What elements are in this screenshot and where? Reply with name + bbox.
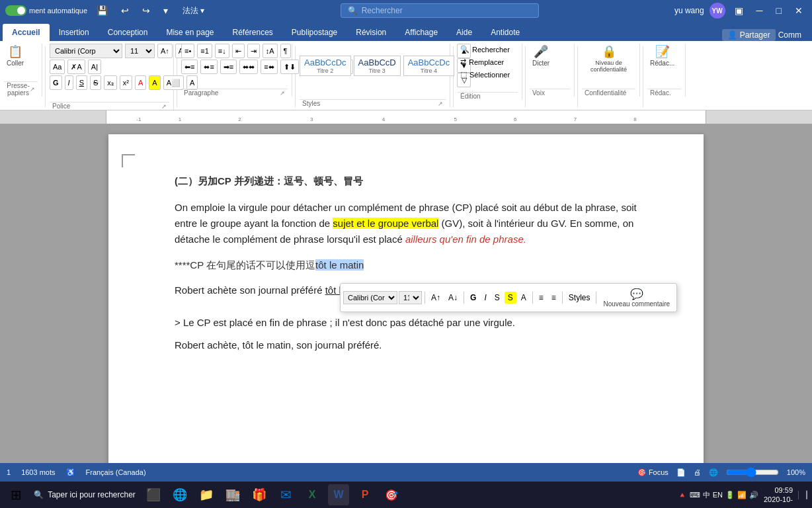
mini-size-select[interactable]: 11 [399, 291, 422, 304]
font-expand[interactable]: ↗ [161, 103, 167, 110]
nouveau-commentaire-button[interactable]: 💬 Nouveau commentaire [599, 286, 674, 309]
style-titre3[interactable]: AaBbCcD Titre 3 [354, 56, 401, 76]
view-normal-button[interactable]: 📄 [676, 468, 686, 477]
rechercher-button[interactable]: 🔍 Rechercher [458, 44, 512, 55]
mini-bullets-button[interactable]: ≡ [536, 292, 547, 304]
clipboard-expand[interactable]: ↗ [30, 86, 35, 93]
align-left-button[interactable]: ⬅≡ [181, 60, 198, 74]
bullets-button[interactable]: ≡• [181, 44, 194, 58]
superscript-button[interactable]: x² [120, 75, 132, 90]
tab-mise-en-page[interactable]: Mise en page [157, 24, 223, 41]
search-taskbar[interactable]: 🔍 Taper ici pour rechercher [32, 484, 138, 505]
increase-indent-button[interactable]: ⇥ [247, 44, 260, 58]
taskbar-mail[interactable]: ✉ [275, 484, 296, 505]
highlight-button[interactable]: A [149, 75, 160, 90]
sort-button[interactable]: ↕A [263, 44, 278, 58]
styles-expand[interactable]: ↗ [438, 101, 443, 107]
col-break-button[interactable]: ⬆⬇ [280, 60, 299, 74]
focus-button[interactable]: 🎯 Focus [637, 468, 669, 477]
undo-button[interactable]: ↩ [117, 4, 133, 17]
autosave-toggle[interactable]: ment automatique [5, 5, 87, 16]
redacteur-button[interactable]: 📝 Rédac... [647, 44, 677, 68]
style-titre4[interactable]: AaBbCcDc Titre 4 [403, 56, 455, 76]
strikethrough-button[interactable]: S [90, 75, 101, 90]
clear-format-button[interactable]: ✗A [67, 60, 85, 74]
font-size-select[interactable]: 11 [125, 44, 155, 58]
language[interactable]: Français (Canada) [86, 468, 146, 476]
mini-styles-button[interactable]: Styles [565, 292, 594, 304]
search-input[interactable] [362, 6, 527, 15]
lang-icon[interactable]: EN [713, 491, 723, 499]
taskbar-clock[interactable]: 09:59 2020-10- [764, 486, 793, 505]
tab-affichage[interactable]: Affichage [395, 24, 447, 41]
close-button[interactable]: ✕ [791, 4, 807, 17]
mini-bold-button[interactable]: G [467, 292, 479, 304]
font-color-button[interactable]: A [135, 75, 146, 90]
bold-button[interactable]: G [50, 75, 62, 90]
font-grow-button[interactable]: A↑ [157, 44, 173, 58]
multilevel-button[interactable]: ≡↓ [215, 44, 229, 58]
tab-publipostage[interactable]: Publipostage [282, 24, 346, 41]
align-right-button[interactable]: ➡≡ [220, 60, 237, 74]
remplacer-button[interactable]: ⇄ Remplacer [458, 56, 507, 67]
taskbar-explorer[interactable]: 📁 [196, 484, 217, 505]
save-button[interactable]: 💾 [93, 4, 112, 17]
justify-button[interactable]: ⬌⬌ [239, 60, 258, 74]
taskbar-ppt[interactable]: P [354, 484, 376, 505]
style-titre2[interactable]: AaBbCcDc Titre 2 [300, 56, 351, 76]
align-justify2-button[interactable]: ≡⬌ [261, 60, 277, 74]
taskbar-other[interactable]: 🎯 [381, 484, 402, 505]
tab-revision[interactable]: Révision [346, 24, 395, 41]
customize-button[interactable]: ▾ [159, 4, 172, 17]
keyboard-icon[interactable]: ⌨ [690, 491, 700, 499]
battery-icon[interactable]: 🔋 [725, 491, 735, 499]
taskbar-excel[interactable]: X [302, 484, 323, 505]
font-family-select[interactable]: Calibri (Corp [50, 44, 122, 58]
mini-highlight-button[interactable]: S [505, 292, 516, 304]
selectionner-button[interactable]: ⬚ Sélectionner [458, 69, 512, 80]
align-center-button[interactable]: ⬌≡ [200, 60, 217, 74]
subscript-button[interactable]: x₂ [104, 75, 117, 90]
tab-insertion[interactable]: Insertion [50, 24, 99, 41]
user-avatar[interactable]: YW [710, 3, 725, 19]
view-toggle-button[interactable]: ▣ [731, 4, 747, 17]
autosave-switch[interactable] [5, 5, 26, 16]
volume-icon[interactable]: 🔊 [749, 491, 758, 499]
tab-conception[interactable]: Conception [99, 24, 157, 41]
tab-references[interactable]: Références [223, 24, 282, 41]
network-icon[interactable]: 📶 [737, 491, 747, 499]
decrease-indent-button[interactable]: ⇤ [232, 44, 245, 58]
notification-icon[interactable]: 🔺 [678, 491, 687, 499]
dicter-button[interactable]: 🎤 Dicter [530, 44, 552, 68]
tab-antidote[interactable]: Antidote [481, 24, 529, 41]
paste-button[interactable]: 📋 Coller [4, 44, 26, 68]
underline-button[interactable]: S [76, 75, 87, 90]
numbering-button[interactable]: ≡1 [197, 44, 212, 58]
search-box[interactable]: 🔍 [341, 3, 539, 18]
minimize-button[interactable]: ─ [752, 4, 767, 17]
mini-shrink-button[interactable]: A↓ [445, 292, 461, 304]
paragraph-expand[interactable]: ↗ [280, 90, 285, 97]
taskbar-gift[interactable]: 🎁 [249, 484, 270, 505]
show-desktop-button[interactable]: ▕ [798, 491, 807, 499]
confidentialite-button[interactable]: 🔒 Niveau de confidentialité [582, 44, 635, 74]
mini-strike-button[interactable]: S [491, 292, 503, 304]
change-case-button[interactable]: Aa [50, 60, 65, 74]
maximize-button[interactable]: □ [772, 4, 786, 17]
start-button[interactable]: ⊞ [5, 484, 26, 505]
mini-grow-button[interactable]: A↑ [428, 292, 444, 304]
tab-accueil[interactable]: Accueil [3, 24, 50, 41]
partager-button[interactable]: 👤 Partager [722, 29, 776, 41]
italic-button[interactable]: I [65, 75, 73, 90]
taskview-button[interactable]: ⬛ [143, 484, 164, 505]
zoom-slider[interactable] [726, 467, 779, 478]
mini-italic-button[interactable]: I [481, 292, 489, 304]
taskbar-store[interactable]: 🏬 [222, 484, 243, 505]
taskbar-edge[interactable]: 🌐 [169, 484, 190, 505]
ime-icon[interactable]: 中 [703, 490, 710, 500]
document-page[interactable]: (二）另加CP 并列递进：逗号、顿号、冒号 On emploie la virg… [108, 134, 704, 497]
show-marks-button[interactable]: ¶ [280, 44, 291, 58]
mini-fontcolor-button[interactable]: A [518, 292, 530, 304]
view-web-button[interactable]: 🌐 [709, 468, 718, 477]
mini-numbering-button[interactable]: ≡ [548, 292, 559, 304]
